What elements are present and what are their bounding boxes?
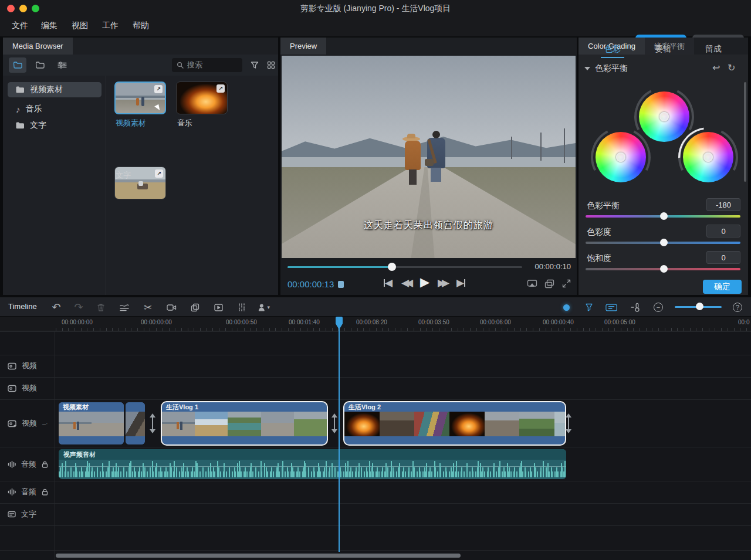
menu-view[interactable]: 视图 — [72, 21, 88, 31]
menu-edit[interactable]: 编集 — [41, 21, 57, 31]
transition-icon[interactable] — [564, 415, 573, 432]
redo-icon[interactable]: ↷ — [73, 301, 84, 313]
scrubber-handle[interactable] — [388, 263, 396, 271]
saturation-value-input[interactable]: 0 — [706, 251, 740, 264]
row-divider — [0, 481, 751, 481]
midtones-color-wheel[interactable] — [639, 91, 689, 142]
clip-vlog-1[interactable]: 生活Vlog 1 — [162, 402, 327, 444]
go-to-end-button[interactable]: ▶ — [456, 277, 465, 289]
speaker-person-icon[interactable]: ▾ — [258, 301, 270, 313]
timeline-zoom-handle[interactable] — [696, 303, 703, 310]
export-badge-icon: ↗ — [216, 84, 225, 93]
stop-icon[interactable] — [338, 281, 344, 288]
highlights-color-wheel[interactable] — [683, 132, 733, 182]
tab-preview[interactable]: Preview — [280, 38, 326, 55]
hue-value-input[interactable]: -180 — [706, 198, 740, 211]
playhead-line[interactable] — [339, 317, 340, 552]
go-to-start-button[interactable]: ◀ — [384, 277, 393, 289]
shadows-color-wheel[interactable] — [596, 132, 646, 182]
window-title: 剪影专业版 (Jianying Pro) - 生活Vlog项目 — [0, 4, 751, 14]
confirm-button[interactable]: 确定 — [703, 280, 742, 294]
wheel-handle[interactable] — [703, 152, 713, 162]
lock-icon[interactable] — [42, 488, 48, 495]
menu-work[interactable]: 工作 — [102, 21, 119, 31]
help-icon[interactable]: ? — [732, 301, 743, 313]
audio-waveform — [59, 461, 566, 477]
panel-scrollbar[interactable] — [744, 82, 746, 182]
menu-file[interactable]: 文件 — [12, 21, 28, 31]
track-header-audio-1[interactable]: 音频 — [0, 457, 55, 472]
undo-icon[interactable]: ↶ — [50, 301, 62, 313]
saturation-slider-handle[interactable] — [660, 265, 668, 273]
folder-view-button[interactable] — [9, 57, 26, 73]
track-header-video-main[interactable]: 视频 –· — [0, 416, 55, 431]
track-header-audio-2[interactable]: 音频 — [0, 484, 55, 500]
delete-icon[interactable] — [95, 301, 107, 313]
mixer-icon[interactable] — [236, 301, 248, 313]
transition-icon[interactable] — [148, 415, 157, 432]
subtab-color[interactable]: 色彩 — [604, 44, 621, 55]
subtab-edit[interactable]: 要辑 — [655, 44, 671, 55]
video-track-icon — [8, 362, 16, 370]
fullscreen-icon[interactable] — [562, 279, 571, 288]
undo-section-icon[interactable]: ↩ — [712, 62, 720, 73]
ruler-label: 00:00:00:00 — [62, 319, 93, 325]
utility-pole — [511, 137, 512, 159]
copy-icon[interactable] — [189, 301, 201, 313]
wheel-handle[interactable] — [659, 112, 669, 121]
timeline-ruler[interactable]: 00:00:00:00 00:00:00:00 00:00:00:50 00:0… — [0, 317, 751, 331]
snapping-icon[interactable] — [560, 301, 572, 313]
zoom-out-icon[interactable]: − — [652, 301, 664, 313]
display-output-icon[interactable] — [527, 279, 537, 289]
track-header-video-1[interactable]: 视频 — [0, 358, 55, 374]
tab-media-browser[interactable]: Media Browser — [3, 38, 73, 55]
play-clip-icon[interactable] — [212, 301, 224, 313]
subtab-done[interactable]: 留成 — [705, 44, 722, 55]
timeline-horizontal-scrollbar[interactable] — [56, 554, 461, 558]
scrubber-progress — [287, 266, 392, 268]
play-button[interactable]: ▶ — [420, 275, 429, 289]
media-item-video-assets[interactable]: ↗ — [114, 82, 166, 114]
slider-label: 色彩平衡 — [587, 201, 620, 211]
color-balance-section-header[interactable]: 色彩平衡 — [584, 63, 628, 74]
wheel-handle[interactable] — [616, 152, 625, 162]
grid-view-button[interactable] — [262, 57, 280, 73]
sidebar-item-music[interactable]: ♪ 音乐 — [8, 101, 102, 117]
ruler-label: 00:00:05:00 — [604, 319, 635, 325]
tint-slider-handle[interactable] — [660, 239, 668, 246]
camera-icon[interactable] — [165, 301, 177, 313]
hue-slider-handle[interactable] — [660, 212, 668, 220]
track-option-icon[interactable]: –· — [42, 420, 48, 427]
track-header-video-2[interactable]: 视频 — [0, 381, 55, 396]
row-divider — [0, 377, 751, 378]
clip-short[interactable] — [126, 402, 145, 444]
filter-button[interactable] — [246, 57, 263, 73]
clip-audio[interactable]: 视声频音材 — [59, 449, 566, 479]
timeline-toolbar: Timeline ↶ ↷ ✂ ▾ − ? — [0, 297, 751, 317]
clip-vlog-2[interactable]: 生活Vlog 2 — [344, 402, 565, 444]
media-item-music[interactable]: ↗ — [176, 82, 228, 114]
sidebar-item-text[interactable]: 文字 — [8, 118, 102, 133]
title-bar: 剪影专业版 (Jianying Pro) - 生活Vlog项目 — [0, 0, 751, 16]
tint-value-input[interactable]: 0 — [706, 225, 740, 237]
rewind-button[interactable]: ◀◀ — [401, 277, 410, 289]
picture-in-picture-icon[interactable] — [544, 279, 554, 289]
search-input[interactable]: 搜索 — [172, 58, 242, 72]
filter-light-icon[interactable] — [583, 301, 595, 313]
track-header-text[interactable]: 文字 — [0, 507, 55, 522]
adjust-view-button[interactable] — [53, 57, 71, 73]
resolution-badge-icon[interactable] — [605, 301, 617, 313]
lock-icon[interactable] — [42, 461, 48, 468]
sidebar-item-video-assets[interactable]: 视频素材 — [8, 82, 102, 97]
transition-icon[interactable] — [330, 415, 339, 432]
temperature-icon[interactable] — [630, 301, 642, 313]
ruler-label: 00:00:00:00 — [141, 319, 172, 325]
clip-video-assets[interactable]: 视频素材 — [59, 402, 124, 444]
curve-speed-icon[interactable] — [119, 301, 130, 313]
fast-forward-button[interactable]: ▶▶ — [438, 277, 446, 289]
split-scissors-icon[interactable]: ✂ — [142, 301, 154, 313]
folder2-view-button[interactable] — [31, 57, 49, 73]
video-viewport[interactable]: 这天走着天莱出领宫假的旅游 — [282, 56, 576, 258]
reset-section-icon[interactable]: ↻ — [728, 62, 735, 73]
menu-help[interactable]: 帮助 — [133, 21, 149, 31]
